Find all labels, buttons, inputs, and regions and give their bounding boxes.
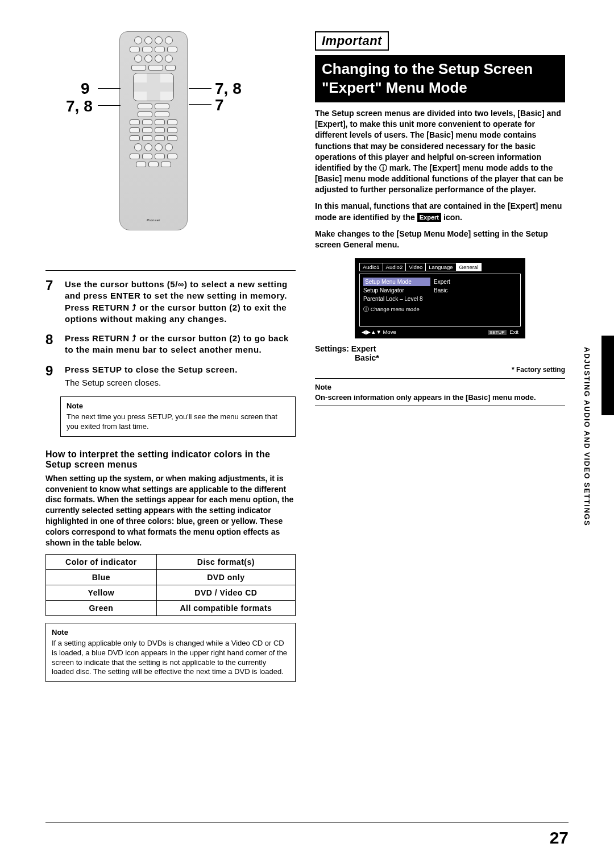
osd-foot-chip: SETUP	[488, 330, 507, 335]
osd-tab: Language	[425, 263, 455, 271]
table-cell: DVD / Video CD	[156, 585, 295, 600]
remote-figure: Pioneer 9 7, 8 7, 8 7	[45, 31, 296, 259]
note-box-1: Note The next time you press SETUP, you'…	[60, 396, 296, 437]
side-section-label: ADJUSTING AUDIO AND VIDEO SETTINGS	[583, 347, 591, 526]
remote-dpad	[133, 73, 174, 101]
expert-badge: Expert	[417, 213, 441, 222]
step-9: 9 Press SETUP to close the Setup screen.…	[45, 364, 296, 389]
note-box-2: Note If a setting applicable only to DVD…	[45, 623, 296, 682]
paragraph: The Setup screen menus are divided into …	[315, 108, 565, 195]
remote-body: Pioneer	[119, 31, 188, 230]
section-title: Changing to the Setup Screen "Expert" Me…	[315, 55, 565, 102]
step-8: 8 Press RETURN ⤴ or the cursor button (2…	[45, 333, 296, 356]
step-number: 8	[45, 333, 59, 356]
note-label: Note	[52, 628, 289, 638]
interpret-heading: How to interpret the setting indicator c…	[45, 449, 296, 470]
step-7: 7 Use the cursor buttons (5/∞) to select…	[45, 279, 296, 325]
osd-tab: Audio2	[383, 263, 406, 271]
osd-key: Setup Navigator	[363, 286, 430, 295]
osd-tab: Video	[405, 263, 425, 271]
paragraph: Make changes to the [Setup Menu Mode] se…	[315, 229, 565, 250]
factory-setting-note: * Factory setting	[315, 366, 565, 374]
note-label: Note	[67, 402, 289, 411]
note-text: On-screen information only appears in th…	[315, 393, 536, 402]
osd-screenshot: Audio1 Audio2 Video Language General Set…	[355, 258, 525, 338]
osd-tab: Audio1	[359, 263, 383, 271]
note-label: Note	[315, 383, 331, 391]
step-text: Press RETURN ⤴ or the cursor button (2) …	[65, 333, 289, 354]
table-cell: DVD only	[156, 569, 295, 585]
step-subtext: The Setup screen closes.	[65, 377, 238, 388]
osd-tab-active: General	[456, 263, 482, 271]
table-cell: Yellow	[46, 585, 157, 600]
important-tag: Important	[315, 31, 389, 51]
settings-default: Basic*	[355, 353, 565, 362]
footer-rule	[45, 822, 569, 822]
step-number: 7	[45, 279, 59, 325]
step-text: Use the cursor buttons (5/∞) to select a…	[65, 279, 288, 324]
callout-9: 9	[81, 80, 90, 98]
table-header: Color of indicator	[46, 554, 157, 569]
osd-info: ⓘ Change menu mode	[363, 305, 420, 313]
table-header: Disc format(s)	[156, 554, 295, 569]
table-cell: Blue	[46, 569, 157, 585]
color-format-table: Color of indicator Disc format(s) Blue D…	[45, 554, 296, 616]
step-number: 9	[45, 364, 59, 389]
page-number: 27	[550, 828, 569, 848]
right-note: Note On-screen information only appears …	[315, 382, 565, 402]
osd-value: Expert	[434, 278, 450, 286]
callout-7-8-left: 7, 8	[66, 97, 93, 115]
osd-key: Setup Menu Mode	[363, 278, 430, 286]
osd-foot-exit: Exit	[509, 329, 518, 335]
osd-value: Basic	[434, 286, 447, 295]
callout-7: 7	[215, 96, 224, 114]
paragraph: In this manual, functions that are conta…	[315, 201, 565, 222]
thumb-index-strip	[601, 336, 614, 415]
settings-line: Settings: Expert	[315, 344, 565, 353]
note-text: The next time you press SETUP, you'll se…	[67, 412, 277, 431]
interpret-paragraph: When setting up the system, or when maki…	[45, 473, 296, 548]
osd-row: Parental Lock – Level 8	[363, 295, 423, 303]
step-text: Press SETUP to close the Setup screen.	[65, 365, 238, 374]
table-cell: Green	[46, 600, 157, 615]
callout-7-8-right: 7, 8	[215, 80, 242, 98]
remote-brand: Pioneer	[147, 218, 160, 222]
note-text: If a setting applicable only to DVDs is …	[52, 639, 287, 676]
table-cell: All compatible formats	[156, 600, 295, 615]
osd-foot-move: ◀▶▲▼ Move	[362, 329, 396, 335]
